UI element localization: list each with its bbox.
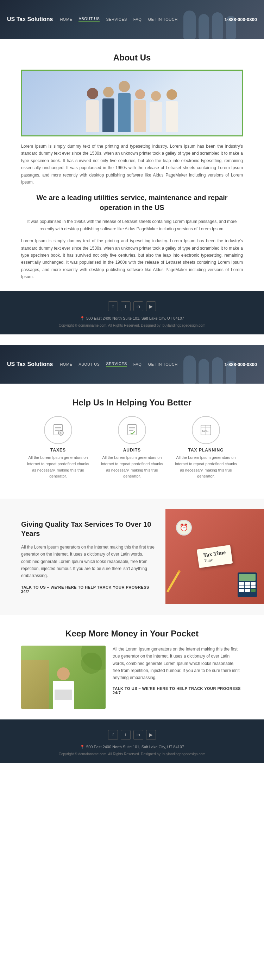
twitter-icon[interactable]: t xyxy=(121,301,131,311)
nav-home-about[interactable]: HOME xyxy=(60,17,72,21)
money-text: All the Lorem Ipsum generators on the In… xyxy=(113,646,243,695)
header-about: US Tax Solutions HOME ABOUT US SERVICES … xyxy=(0,0,264,39)
social-icons-services: f t in ▶ xyxy=(7,730,257,740)
services-title: Help Us In Helping You Better xyxy=(21,398,243,407)
about-para2: It was popularised in the 1960s with the… xyxy=(21,218,243,232)
svg-rect-6 xyxy=(128,425,136,435)
phone-about[interactable]: 1-888-000-0800 xyxy=(224,17,257,22)
quality-title: Giving Quality Tax Services To Over 10 Y… xyxy=(21,520,155,538)
about-para1: Lorem Ipsum is simply dummy text of the … xyxy=(21,143,243,186)
nav-faq-about[interactable]: FAQ xyxy=(133,17,142,21)
services-section: Help Us In Helping You Better $ TAXES Al… xyxy=(0,383,264,498)
phone-services[interactable]: 1-888-000-0800 xyxy=(224,362,257,367)
footer-services: f t in ▶ 500 East 2400 North Suite 101, … xyxy=(0,719,264,763)
money-section: Keep More Money in Your Pocket xyxy=(0,615,264,719)
quality-section: Giving Quality Tax Services To Over 10 Y… xyxy=(0,499,264,615)
taxplanning-icon: TAX ✂ xyxy=(192,416,220,444)
facebook-icon-2[interactable]: f xyxy=(108,730,118,740)
about-section: About Us xyxy=(0,39,264,291)
service-taxes: $ TAXES All the Lorem Ipsum generators o… xyxy=(21,416,95,479)
instagram-icon[interactable]: in xyxy=(133,301,143,311)
money-title: Keep More Money in Your Pocket xyxy=(21,629,243,639)
svg-text:✂: ✂ xyxy=(206,430,209,433)
taxes-label: TAXES xyxy=(25,448,91,453)
nav-about-services[interactable]: ABOUT US xyxy=(78,362,99,366)
quality-desc: All the Lorem Ipsum generators on the In… xyxy=(21,544,155,579)
youtube-icon-2[interactable]: ▶ xyxy=(146,730,156,740)
taxplanning-label: TAX PLANNING xyxy=(173,448,239,453)
site-logo-2[interactable]: US Tax Solutions xyxy=(7,361,53,368)
service-audits: AUDITS All the Lorem Ipsum generators on… xyxy=(95,416,169,479)
nav-contact-services[interactable]: GET IN TOUCH xyxy=(148,362,178,366)
footer-copy-about: Copyright © domainname.com. All Rights R… xyxy=(7,323,257,328)
nav-services-active[interactable]: SERVICES xyxy=(106,361,127,367)
nav-services-about[interactable]: SERVICES xyxy=(106,17,127,21)
nav-about[interactable]: ABOUT US xyxy=(78,16,99,22)
nav-contact-about[interactable]: GET IN TOUCH xyxy=(148,17,178,21)
audits-label: AUDITS xyxy=(99,448,165,453)
service-taxplanning: TAX ✂ TAX PLANNING All the Lorem Ipsum g… xyxy=(169,416,243,479)
quality-cta: TALK TO US – WE'RE HERE TO HELP TRACK YO… xyxy=(21,585,155,593)
money-cta: TALK TO US – WE'RE HERE TO HELP TRACK YO… xyxy=(113,686,243,695)
about-title: About Us xyxy=(21,53,243,63)
social-icons-about: f t in ▶ xyxy=(7,301,257,311)
money-image xyxy=(21,646,106,709)
footer-address-services: 500 East 2400 North Suite 101, Salt Lake… xyxy=(7,745,257,749)
footer-address-about: 500 East 2400 North Suite 101, Salt Lake… xyxy=(7,316,257,321)
youtube-icon[interactable]: ▶ xyxy=(146,301,156,311)
taxplanning-desc: All the Lorem Ipsum generators on Intern… xyxy=(173,455,239,479)
quality-text: Giving Quality Tax Services To Over 10 Y… xyxy=(0,509,165,604)
about-team-image xyxy=(21,70,243,137)
site-logo[interactable]: US Tax Solutions xyxy=(7,16,53,22)
taxes-desc: All the Lorem Ipsum generators on Intern… xyxy=(25,455,91,479)
services-items-row: $ TAXES All the Lorem Ipsum generators o… xyxy=(21,416,243,479)
facebook-icon[interactable]: f xyxy=(108,301,118,311)
about-para3: Lorem Ipsum is simply dummy text of the … xyxy=(21,237,243,280)
twitter-icon-2[interactable]: t xyxy=(121,730,131,740)
instagram-icon-2[interactable]: in xyxy=(133,730,143,740)
money-desc: All the Lorem Ipsum generators on the In… xyxy=(113,646,243,681)
footer-copy-services: Copyright © domainname.com. All Rights R… xyxy=(7,752,257,756)
taxes-icon: $ xyxy=(44,416,72,444)
main-nav-services: HOME ABOUT US SERVICES FAQ GET IN TOUCH xyxy=(60,361,224,367)
header-services: US Tax Solutions HOME ABOUT US SERVICES … xyxy=(0,345,264,383)
about-headline: We are a leading utilities service, main… xyxy=(21,193,243,212)
nav-home-services[interactable]: HOME xyxy=(60,362,72,366)
audits-desc: All the Lorem Ipsum generators on Intern… xyxy=(99,455,165,479)
nav-faq-services[interactable]: FAQ xyxy=(133,362,142,366)
footer-about: f t in ▶ 500 East 2400 North Suite 101, … xyxy=(0,291,264,334)
audits-icon xyxy=(118,416,146,444)
svg-text:$: $ xyxy=(60,431,62,435)
quality-image: ⏰ xyxy=(165,509,264,604)
main-nav-about: HOME ABOUT US SERVICES FAQ GET IN TOUCH xyxy=(60,16,224,22)
